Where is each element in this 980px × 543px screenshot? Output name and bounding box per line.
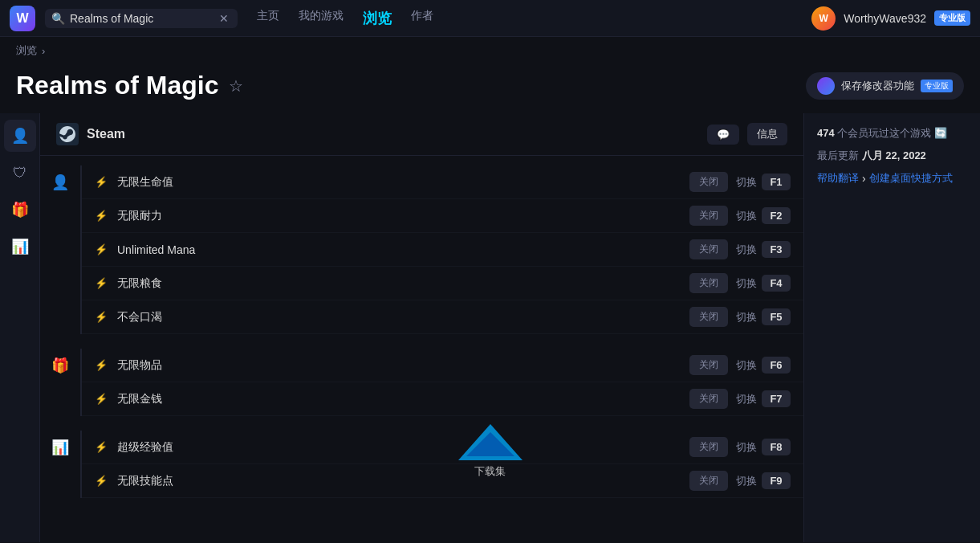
page-title: Realms of Magic [16,71,219,100]
last-update: 最后更新 八月 22, 2022 [817,149,967,163]
toggle-button[interactable]: 关闭 [689,206,728,226]
lightning-icon: ⚡ [95,243,108,255]
lightning-icon: ⚡ [95,210,108,222]
toggle-button[interactable]: 关闭 [689,437,728,457]
comment-button[interactable]: 💬 [707,125,739,145]
cheat-name: 无限物品 [117,358,681,373]
nav-author[interactable]: 作者 [409,6,435,31]
platform-name: Steam [87,127,125,141]
lightning-icon: ⚡ [95,311,108,323]
table-row: ⚡ 超级经验值 关闭 切换 F8 [82,431,803,464]
username: WorthyWave932 [844,12,926,25]
cheat-name: 超级经验值 [117,440,681,455]
search-box[interactable]: 🔍 ✕ [45,9,238,28]
cheat-name: 无限耐力 [117,209,681,223]
table-row: ⚡ 无限金钱 关闭 切换 F7 [82,382,803,416]
hotkey-badge[interactable]: F8 [762,439,791,455]
logo-text: W [16,11,28,26]
hotkey-badge[interactable]: F7 [762,390,791,407]
hotkey-label: 切换 [736,276,757,291]
hotkey-badge[interactable]: F6 [762,357,791,374]
info-button[interactable]: 信息 [747,123,787,145]
app-logo[interactable]: W [10,6,35,31]
main-layout: 👤 🛡 🎁 📊 Steam 💬 信息 [0,113,980,542]
save-icon [817,77,835,95]
category-items: 🎁 ⚡ 无限物品 关闭 切换 F6 ⚡ 无限金钱 关闭 [40,345,803,419]
hotkey-badge[interactable]: F9 [762,472,791,489]
hotkey-area: 切换 F2 [736,207,791,224]
table-row: ⚡ 无限耐力 关闭 切换 F2 [82,199,803,233]
hotkey-area: 切换 F3 [736,241,791,258]
favorite-icon[interactable]: ☆ [229,76,243,96]
lightning-icon: ⚡ [95,441,108,453]
top-navigation: W 🔍 ✕ 主页 我的游戏 浏览 作者 W WorthyWave932 专业版 [0,0,980,37]
toggle-button[interactable]: 关闭 [689,172,728,192]
lightning-icon: ⚡ [95,475,108,487]
hotkey-label: 切换 [736,440,757,455]
breadcrumb-parent[interactable]: 浏览 [16,43,37,58]
search-icon: 🔍 [51,12,65,25]
desktop-shortcut-link[interactable]: 创建桌面快捷方式 [869,171,953,186]
sidebar-item-items[interactable]: 🎁 [4,194,36,226]
content-area: Steam 💬 信息 👤 ⚡ 无限生命值 关闭 [40,113,803,542]
hotkey-area: 切换 F7 [736,390,791,407]
table-row: ⚡ 不会口渴 关闭 切换 F5 [82,300,803,334]
platform-right: 💬 信息 [707,123,787,145]
close-icon[interactable]: ✕ [219,12,229,25]
hotkey-badge[interactable]: F3 [762,241,791,258]
hotkey-badge[interactable]: F4 [762,275,791,292]
save-trainer-button[interactable]: 保存修改器功能 专业版 [806,72,964,100]
nav-home[interactable]: 主页 [255,6,281,31]
hotkey-area: 切换 F8 [736,439,791,455]
save-label: 保存修改器功能 [841,79,914,93]
category-stats: 📊 ⚡ 超级经验值 关闭 切换 F8 ⚡ 无限技能点 关闭 [40,427,803,501]
hotkey-badge[interactable]: F1 [762,174,791,190]
nav-links: 主页 我的游戏 浏览 作者 [255,6,435,31]
toggle-button[interactable]: 关闭 [689,273,728,293]
breadcrumb-separator: › [42,45,45,57]
breadcrumb: 浏览 › [0,37,980,64]
sidebar: 👤 🛡 🎁 📊 [0,113,40,542]
table-row: ⚡ 无限生命值 关闭 切换 F1 [82,165,803,199]
title-row: Realms of Magic ☆ [16,71,243,100]
hotkey-badge[interactable]: F5 [762,308,791,325]
avatar: W [811,6,836,31]
hotkey-area: 切换 F4 [736,275,791,292]
toggle-button[interactable]: 关闭 [689,471,728,491]
hotkey-area: 切换 F9 [736,472,791,489]
table-row: ⚡ Unlimited Mana 关闭 切换 F3 [82,233,803,267]
lightning-icon: ⚡ [95,359,108,371]
category-stats-icon: 📊 [40,431,80,456]
members-icon: 🔄 [934,127,947,139]
cheat-name: Unlimited Mana [117,243,681,256]
lightning-icon: ⚡ [95,176,108,188]
hotkey-label: 切换 [736,358,757,373]
cheat-name: 无限粮食 [117,276,681,291]
category-character-icon: 👤 [40,165,80,191]
nav-browse[interactable]: 浏览 [361,6,393,31]
sidebar-item-equipment[interactable]: 🛡 [4,157,36,189]
sidebar-item-character[interactable]: 👤 [4,120,36,152]
hotkey-label: 切换 [736,175,757,190]
page-header: Realms of Magic ☆ 保存修改器功能 专业版 [0,64,980,113]
category-character-items: ⚡ 无限生命值 关闭 切换 F1 ⚡ 无限耐力 关闭 切换 [80,165,803,334]
lightning-icon: ⚡ [95,393,108,405]
hotkey-area: 切换 F5 [736,308,791,325]
hotkey-badge[interactable]: F2 [762,207,791,224]
table-row: ⚡ 无限技能点 关闭 切换 F9 [82,464,803,498]
hotkey-area: 切换 F1 [736,174,791,190]
nav-my-games[interactable]: 我的游戏 [297,6,345,31]
comment-icon: 💬 [717,129,730,141]
toggle-button[interactable]: 关闭 [689,239,728,259]
save-pro-badge: 专业版 [921,80,953,92]
platform-header: Steam 💬 信息 [40,113,803,156]
cheat-name: 无限生命值 [117,175,681,190]
category-items-list: ⚡ 无限物品 关闭 切换 F6 ⚡ 无限金钱 关闭 切换 [80,349,803,416]
search-input[interactable] [70,12,214,25]
toggle-button[interactable]: 关闭 [689,355,728,375]
sidebar-item-stats[interactable]: 📊 [4,231,36,263]
toggle-button[interactable]: 关闭 [689,389,728,409]
toggle-button[interactable]: 关闭 [689,307,728,327]
hotkey-label: 切换 [736,392,757,406]
translate-link[interactable]: 帮助翻译 [817,171,859,186]
